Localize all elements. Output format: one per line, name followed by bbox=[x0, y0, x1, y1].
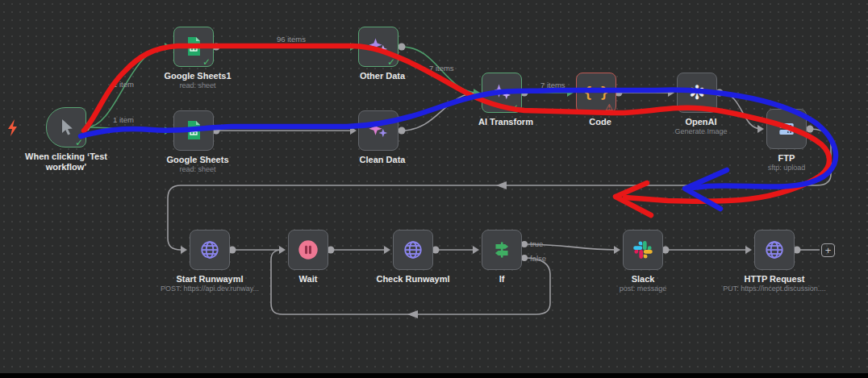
edge-label-true: true bbox=[530, 239, 543, 248]
slack-icon bbox=[632, 239, 653, 260]
sparkles-icon bbox=[367, 119, 390, 142]
check-icon bbox=[202, 56, 211, 67]
warning-icon bbox=[605, 102, 613, 113]
input-arrow-wait bbox=[279, 246, 286, 254]
node-subtitle: read: sheet bbox=[137, 165, 258, 173]
node-clean-data[interactable] bbox=[358, 110, 399, 151]
node-label: FTP bbox=[726, 153, 847, 164]
node-when-clicking-test-workflow[interactable] bbox=[46, 107, 86, 147]
server-icon bbox=[776, 118, 797, 139]
globe-icon bbox=[403, 239, 424, 260]
node-subtitle: PUT: https://incept.discussion.... bbox=[714, 285, 835, 293]
node-google-sheets1[interactable] bbox=[173, 27, 214, 67]
node-label: Clean Data bbox=[322, 155, 443, 165]
node-label: Slack bbox=[582, 274, 703, 285]
bottom-black-bar bbox=[0, 373, 868, 378]
input-arrow-google-sheets1 bbox=[165, 43, 171, 51]
node-slack[interactable] bbox=[623, 230, 663, 270]
input-arrow-slack bbox=[614, 246, 620, 254]
edge-trigger-to-google-sheets[interactable] bbox=[86, 127, 168, 131]
add-node-button[interactable] bbox=[821, 243, 835, 257]
sparkles-icon bbox=[367, 35, 390, 58]
input-arrow-if bbox=[473, 246, 479, 254]
edge-label-7-items-b: 7 items bbox=[540, 81, 565, 89]
node-label: If bbox=[441, 274, 562, 285]
code-braces-icon: { } bbox=[584, 85, 609, 101]
node-start-runwayml[interactable] bbox=[190, 230, 230, 270]
input-arrow-clean-data bbox=[350, 127, 357, 135]
edge-label-1-item-bottom: 1 item bbox=[113, 115, 134, 124]
node-label: HTTP Request bbox=[714, 274, 835, 285]
check-icon bbox=[75, 137, 83, 147]
node-subtitle: POST: https://api.dev.runway... bbox=[149, 285, 270, 293]
node-wait[interactable] bbox=[288, 230, 328, 270]
sparkles-icon bbox=[490, 81, 513, 104]
input-arrow-start-runwayml bbox=[181, 246, 187, 254]
openai-icon: ✻ bbox=[689, 81, 705, 104]
edge-label-96-items: 96 items bbox=[277, 35, 306, 44]
node-subtitle: sftp: upload bbox=[726, 164, 847, 172]
node-ai-transform[interactable] bbox=[482, 73, 522, 113]
node-label: When clicking ‘Test workflow’ bbox=[18, 152, 115, 172]
globe-icon bbox=[199, 239, 220, 260]
node-subtitle: post: message bbox=[582, 285, 703, 293]
node-label: Other Data bbox=[322, 71, 443, 81]
edge-label-1-item-top: 1 item bbox=[113, 80, 134, 89]
node-label: Google Sheets1 bbox=[137, 71, 258, 81]
node-label: Wait bbox=[248, 274, 369, 285]
check-icon bbox=[387, 56, 395, 67]
input-arrow-code bbox=[567, 89, 574, 97]
node-label: OpenAI bbox=[641, 117, 762, 127]
input-arrow-ai-transform bbox=[474, 89, 480, 97]
node-google-sheets[interactable] bbox=[173, 110, 214, 151]
node-http-request[interactable] bbox=[754, 230, 795, 270]
google-sheets-icon bbox=[184, 120, 203, 141]
node-other-data[interactable] bbox=[358, 27, 399, 67]
lightning-icon bbox=[3, 118, 27, 142]
loop-arrow-left-top bbox=[496, 181, 507, 189]
pause-icon bbox=[297, 239, 319, 261]
edge-layer: 1 item 1 item 96 items 7 items 7 items t… bbox=[0, 0, 868, 378]
input-arrow-http-request bbox=[745, 246, 752, 254]
google-sheets-icon bbox=[184, 36, 203, 57]
workflow-canvas[interactable]: 1 item 1 item 96 items 7 items 7 items t… bbox=[0, 0, 868, 378]
globe-icon bbox=[764, 239, 785, 260]
node-code[interactable]: { } bbox=[576, 73, 616, 113]
node-subtitle: read: sheet bbox=[137, 81, 258, 89]
node-ftp[interactable] bbox=[766, 109, 807, 149]
check-icon bbox=[511, 102, 519, 113]
input-arrow-google-sheets bbox=[165, 127, 171, 135]
cursor-icon bbox=[56, 118, 76, 137]
loop-arrow-left-bottom bbox=[407, 310, 418, 318]
node-subtitle: Generate Image bbox=[641, 127, 762, 135]
node-openai[interactable]: ✻ bbox=[677, 73, 717, 113]
node-check-runwayml[interactable] bbox=[393, 230, 433, 270]
node-label: Google Sheets bbox=[137, 155, 258, 165]
input-arrow-other-data bbox=[350, 43, 357, 51]
signpost-icon bbox=[491, 239, 512, 260]
node-if[interactable] bbox=[482, 230, 522, 270]
input-arrow-check-runwayml bbox=[384, 246, 390, 254]
edge-label-false: false bbox=[530, 254, 546, 263]
input-arrow-openai bbox=[668, 89, 674, 97]
